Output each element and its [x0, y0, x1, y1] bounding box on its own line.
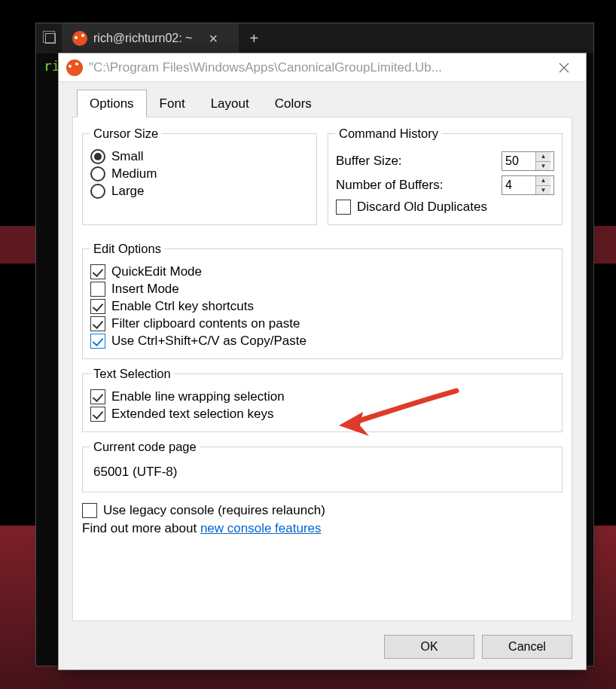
cancel-button[interactable]: Cancel — [482, 635, 572, 659]
dialog-button-row: OK Cancel — [72, 635, 572, 659]
dialog-title: "C:\Program Files\WindowsApps\CanonicalG… — [89, 60, 541, 75]
group-edit-options: Edit Options QuickEdit Mode Insert Mode … — [82, 242, 563, 359]
check-insert-mode[interactable]: Insert Mode — [90, 282, 554, 297]
checkbox-icon — [336, 200, 351, 215]
checkbox-label: Enable Ctrl key shortcuts — [111, 299, 254, 314]
group-legend: Current code page — [90, 440, 200, 454]
spinner-down-icon[interactable]: ▼ — [536, 162, 550, 171]
group-legend: Text Selection — [90, 367, 174, 381]
ok-button[interactable]: OK — [384, 635, 474, 659]
dialog-titlebar: "C:\Program Files\WindowsApps\CanonicalG… — [59, 53, 586, 82]
tab-options[interactable]: Options — [77, 90, 147, 117]
tab-layout[interactable]: Layout — [198, 90, 262, 117]
window-icon — [36, 23, 62, 53]
close-icon — [559, 62, 569, 73]
num-buffers-label: Number of Buffers: — [336, 178, 443, 193]
ubuntu-icon — [72, 31, 87, 46]
checkbox-icon — [90, 316, 105, 331]
spinner-down-icon[interactable]: ▼ — [536, 186, 550, 195]
buffer-size-spinner[interactable]: ▲ ▼ — [502, 151, 554, 171]
radio-icon — [90, 184, 105, 199]
checkbox-icon — [90, 264, 105, 279]
checkbox-icon — [90, 389, 105, 404]
legacy-info-prefix: Find out more about — [82, 521, 200, 535]
spinner-up-icon[interactable]: ▲ — [536, 152, 550, 162]
tabpage-options: Cursor Size Small Medium Large — [72, 117, 572, 621]
radio-label: Large — [111, 184, 144, 199]
radio-label: Medium — [111, 166, 157, 181]
checkbox-icon — [82, 503, 97, 518]
radio-label: Small — [111, 149, 144, 164]
num-buffers-input[interactable] — [502, 176, 535, 194]
check-quickedit[interactable]: QuickEdit Mode — [90, 264, 554, 279]
tab-close-icon[interactable]: × — [198, 30, 228, 47]
checkbox-icon — [90, 299, 105, 314]
group-legend: Cursor Size — [90, 127, 161, 141]
checkbox-label: QuickEdit Mode — [111, 264, 202, 279]
new-console-features-link[interactable]: new console features — [200, 521, 322, 535]
group-legend: Command History — [336, 127, 441, 141]
cascade-icon — [45, 33, 56, 44]
group-command-history: Command History Buffer Size: ▲ ▼ Number — [328, 127, 563, 225]
ubuntu-icon — [66, 59, 83, 76]
checkbox-label: Insert Mode — [111, 282, 179, 297]
radio-large[interactable]: Large — [90, 184, 309, 199]
tab-font[interactable]: Font — [147, 90, 198, 117]
check-extended-text-selection[interactable]: Extended text selection keys — [90, 407, 554, 422]
check-ctrl-shift-cv[interactable]: Use Ctrl+Shift+C/V as Copy/Paste — [90, 334, 554, 349]
code-page-value: 65001 (UTF-8) — [90, 460, 554, 484]
checkbox-label: Enable line wrapping selection — [111, 389, 285, 404]
checkbox-label: Use Ctrl+Shift+C/V as Copy/Paste — [111, 334, 306, 349]
checkbox-icon — [90, 334, 105, 349]
checkbox-label: Discard Old Duplicates — [357, 200, 487, 215]
group-code-page: Current code page 65001 (UTF-8) — [82, 440, 563, 492]
terminal-titlebar: rich@richturn02: ~ × + — [36, 23, 593, 53]
dialog-close-button[interactable] — [547, 53, 581, 81]
new-tab-button[interactable]: + — [239, 23, 269, 53]
tabstrip: Options Font Layout Colors — [72, 90, 572, 117]
check-filter-clipboard[interactable]: Filter clipboard contents on paste — [90, 316, 554, 331]
checkbox-label: Use legacy console (requires relaunch) — [103, 503, 325, 518]
check-line-wrap-selection[interactable]: Enable line wrapping selection — [90, 389, 554, 404]
radio-icon — [90, 149, 105, 164]
group-cursor-size: Cursor Size Small Medium Large — [82, 127, 317, 225]
tab-colors[interactable]: Colors — [262, 90, 325, 117]
radio-small[interactable]: Small — [90, 149, 309, 164]
spinner-buttons[interactable]: ▲ ▼ — [535, 152, 550, 170]
terminal-tab-title: rich@richturn02: ~ — [93, 32, 192, 45]
check-ctrl-shortcuts[interactable]: Enable Ctrl key shortcuts — [90, 299, 554, 314]
spinner-up-icon[interactable]: ▲ — [536, 176, 550, 186]
checkbox-label: Extended text selection keys — [111, 407, 273, 422]
radio-icon — [90, 166, 105, 181]
radio-medium[interactable]: Medium — [90, 166, 309, 181]
checkbox-icon — [90, 282, 105, 297]
checkbox-icon — [90, 407, 105, 422]
group-legend: Edit Options — [90, 242, 164, 256]
group-text-selection: Text Selection Enable line wrapping sele… — [82, 367, 563, 432]
buffer-size-input[interactable] — [502, 152, 535, 170]
properties-dialog: "C:\Program Files\WindowsApps\CanonicalG… — [58, 53, 587, 670]
legacy-info-line: Find out more about new console features — [82, 521, 563, 536]
terminal-tab[interactable]: rich@richturn02: ~ × — [62, 23, 239, 53]
num-buffers-spinner[interactable]: ▲ ▼ — [502, 175, 554, 195]
checkbox-label: Filter clipboard contents on paste — [111, 316, 300, 331]
check-legacy-console[interactable]: Use legacy console (requires relaunch) — [82, 503, 563, 518]
discard-duplicates-check[interactable]: Discard Old Duplicates — [336, 200, 554, 215]
buffer-size-label: Buffer Size: — [336, 154, 402, 169]
spinner-buttons[interactable]: ▲ ▼ — [535, 176, 550, 194]
